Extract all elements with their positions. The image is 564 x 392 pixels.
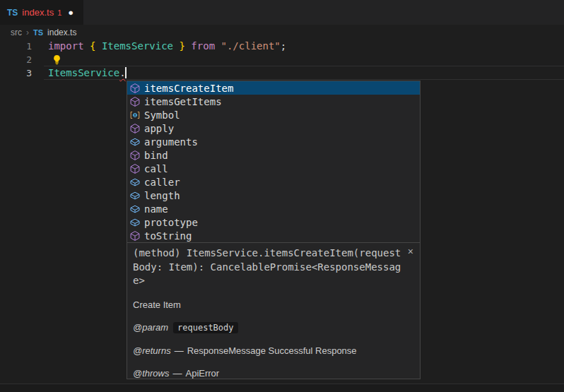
breadcrumb-folder[interactable]: src — [11, 28, 22, 37]
method-signature: (method) ItemsService.itemsCreateItem(re… — [133, 247, 401, 288]
suggestion-label: bind — [144, 150, 168, 161]
line-number-2[interactable]: 2 — [0, 53, 32, 66]
symbol-variable-icon — [129, 109, 141, 121]
suggestion-itemsGetItems[interactable]: itemsGetItems — [127, 95, 420, 108]
returns-tag: @returns — [133, 345, 171, 356]
suggestion-label: arguments — [144, 136, 198, 148]
suggestion-toString[interactable]: toString — [127, 229, 420, 242]
symbol-field-icon — [129, 136, 141, 148]
suggestion-name[interactable]: name — [127, 202, 420, 215]
close-icon[interactable]: × — [408, 247, 413, 256]
suggestion-label: prototype — [144, 217, 198, 228]
bottom-strip — [0, 384, 564, 392]
tab-label: index.ts — [22, 7, 54, 18]
symbol-method-icon — [129, 230, 141, 242]
token-space — [84, 40, 90, 52]
suggestion-label: itemsCreateItem — [144, 83, 233, 94]
suggestion-label: name — [144, 203, 168, 215]
suggestion-caller[interactable]: caller — [127, 175, 420, 189]
symbol-method-icon — [129, 83, 141, 94]
symbol-field-icon — [129, 203, 141, 215]
token-space — [95, 40, 101, 52]
throws-text: ApiError — [186, 368, 220, 379]
symbol-field-icon — [129, 217, 141, 228]
modified-indicator-dot[interactable]: ● — [68, 9, 74, 16]
suggestion-label: caller — [144, 177, 180, 188]
breadcrumb: src › TS index.ts — [0, 25, 564, 40]
breadcrumb-separator-icon: › — [26, 28, 29, 37]
token-semicolon: ; — [281, 40, 286, 52]
intellisense-suggest-widget: itemsCreateItem itemsGetItems Symbol app… — [127, 81, 421, 379]
symbol-method-icon — [129, 163, 141, 174]
typescript-file-icon: TS — [33, 28, 43, 37]
doc-param-line: @param requestBody — [133, 322, 414, 333]
token-import: import — [48, 40, 84, 52]
param-name-chip: requestBody — [173, 322, 237, 333]
lightbulb-quickfix-icon[interactable] — [52, 54, 62, 65]
line-number-1[interactable]: 1 — [0, 40, 32, 53]
typescript-file-icon: TS — [7, 8, 18, 18]
suggestion-label: length — [144, 190, 180, 201]
text-cursor — [125, 67, 127, 78]
throws-tag: @throws — [133, 368, 170, 379]
code-line-1[interactable]: import { ItemsService } from "./client"; — [48, 40, 286, 53]
token-items-service: ItemsService — [48, 67, 119, 78]
dash-separator: — — [173, 368, 182, 379]
tab-error-count-badge: 1 — [57, 8, 61, 17]
suggestion-label: itemsGetItems — [144, 96, 222, 107]
line-number-3[interactable]: 3 — [0, 66, 32, 80]
token-close-brace: } — [179, 40, 184, 52]
token-items-service: ItemsService — [102, 40, 173, 52]
suggestion-length[interactable]: length — [127, 189, 420, 202]
token-space — [215, 40, 221, 52]
doc-returns-line: @returns — ResponseMessage Successful Re… — [133, 345, 414, 356]
suggestion-call[interactable]: call — [127, 162, 420, 175]
tab-index-ts[interactable]: TS index.ts 1 ● — [0, 0, 83, 25]
returns-text: ResponseMessage Successful Response — [187, 345, 357, 356]
suggestion-docs-panel: (method) ItemsService.itemsCreateItem(re… — [127, 242, 420, 379]
doc-description: Create Item — [133, 299, 414, 310]
symbol-method-icon — [129, 123, 141, 134]
suggestion-label: apply — [144, 123, 174, 134]
token-module-string: "./client" — [221, 40, 281, 52]
tab-bar: TS index.ts 1 ● — [0, 0, 564, 25]
suggestion-apply[interactable]: apply — [127, 121, 420, 135]
suggestion-itemsCreateItem[interactable]: itemsCreateItem — [127, 81, 420, 95]
symbol-method-icon — [129, 150, 141, 161]
token-from: from — [191, 40, 215, 52]
suggestion-prototype[interactable]: prototype — [127, 215, 420, 229]
param-tag: @param — [133, 322, 168, 333]
suggestion-bind[interactable]: bind — [127, 148, 420, 162]
symbol-method-icon — [129, 96, 141, 107]
suggestion-list: itemsCreateItem itemsGetItems Symbol app… — [127, 81, 420, 242]
suggestion-label: call — [144, 163, 168, 174]
suggestion-arguments[interactable]: arguments — [127, 135, 420, 148]
doc-throws-line: @throws — ApiError — [133, 368, 414, 379]
code-line-3[interactable]: ItemsService. — [48, 66, 127, 80]
suggestion-label: Symbol — [144, 109, 180, 121]
suggestion-Symbol[interactable]: Symbol — [127, 108, 420, 121]
suggestion-label: toString — [144, 230, 192, 242]
symbol-field-icon — [129, 190, 141, 201]
symbol-field-icon — [129, 177, 141, 188]
breadcrumb-file[interactable]: index.ts — [47, 28, 76, 37]
dash-separator: — — [175, 345, 184, 356]
